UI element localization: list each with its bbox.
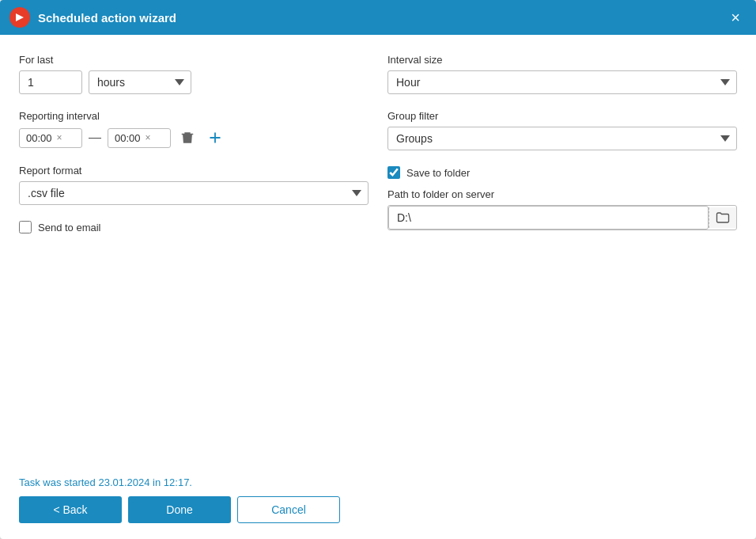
title-bar: Scheduled action wizard × [0, 0, 756, 35]
delete-interval-button[interactable] [177, 127, 198, 148]
for-last-group: For last hours days weeks months [19, 54, 369, 94]
done-button[interactable]: Done [128, 496, 231, 523]
interval-size-select[interactable]: Hour Day Week Month [387, 70, 737, 94]
reporting-interval-label: Reporting interval [19, 110, 369, 122]
interval-dash: — [89, 131, 101, 145]
right-column: Interval size Hour Day Week Month Group … [387, 54, 737, 476]
dialog-container: Scheduled action wizard × For last hours… [0, 0, 756, 539]
time-to-value: 00:00 [115, 132, 141, 144]
report-format-select[interactable]: .csv file .xlsx file .pdf file [19, 181, 369, 205]
svg-marker-0 [16, 13, 24, 21]
send-to-email-label[interactable]: Send to email [38, 222, 101, 233]
path-group: Path to folder on server [387, 188, 737, 230]
left-column: For last hours days weeks months Reporti… [19, 54, 369, 476]
path-label: Path to folder on server [387, 188, 737, 200]
for-last-row: hours days weeks months [19, 70, 369, 94]
time-to-clear[interactable]: × [146, 133, 151, 142]
time-from-clear[interactable]: × [57, 133, 62, 142]
folder-icon [716, 211, 730, 225]
send-to-email-row: Send to email [19, 221, 369, 233]
group-filter-select[interactable]: Groups [387, 127, 737, 150]
dialog-body: For last hours days weeks months Reporti… [0, 35, 756, 476]
dialog-footer: Task was started 23.01.2024 in 12:17. < … [0, 476, 756, 539]
for-last-label: For last [19, 54, 369, 66]
reporting-interval-row: 00:00 × — 00:00 × [19, 127, 369, 149]
time-from-chip: 00:00 × [19, 128, 82, 148]
back-button[interactable]: < Back [19, 496, 122, 523]
cancel-button[interactable]: Cancel [237, 496, 340, 523]
report-format-label: Report format [19, 165, 369, 177]
group-filter-label: Group filter [387, 110, 737, 122]
path-input[interactable] [388, 206, 709, 230]
hours-select[interactable]: hours days weeks months [89, 70, 191, 94]
arrow-right-icon [14, 12, 25, 23]
send-to-email-checkbox[interactable] [19, 221, 32, 233]
time-to-chip: 00:00 × [108, 128, 171, 148]
for-last-input[interactable] [19, 70, 82, 94]
group-filter-group: Group filter Groups [387, 110, 737, 150]
add-interval-button[interactable] [204, 127, 226, 149]
plus-icon [207, 130, 223, 146]
trash-icon [180, 131, 195, 145]
save-to-folder-row: Save to folder [387, 166, 737, 179]
save-to-folder-label[interactable]: Save to folder [406, 167, 470, 179]
status-text: Task was started 23.01.2024 in 12:17. [19, 476, 737, 488]
time-from-value: 00:00 [26, 132, 52, 144]
save-to-folder-checkbox[interactable] [387, 166, 400, 179]
path-row [387, 205, 737, 230]
footer-buttons: < Back Done Cancel [19, 496, 737, 523]
interval-size-label: Interval size [387, 54, 737, 66]
app-icon [9, 7, 30, 28]
columns: For last hours days weeks months Reporti… [19, 54, 737, 476]
reporting-interval-group: Reporting interval 00:00 × — 00:00 × [19, 110, 369, 149]
close-button[interactable]: × [724, 6, 747, 28]
dialog-title: Scheduled action wizard [38, 11, 724, 25]
browse-button[interactable] [709, 207, 736, 228]
report-format-group: Report format .csv file .xlsx file .pdf … [19, 165, 369, 205]
interval-size-group: Interval size Hour Day Week Month [387, 54, 737, 94]
